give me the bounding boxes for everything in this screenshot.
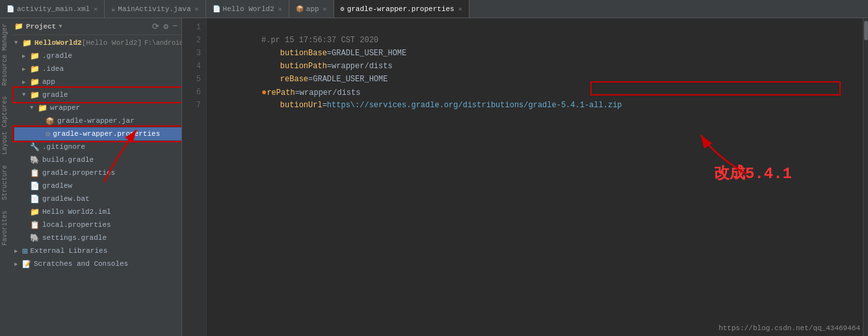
tab-label-app: app <box>306 5 319 13</box>
arrow-app: ▶ <box>22 79 30 86</box>
tree-item-gradle-hidden[interactable]: ▶ 📁 .gradle <box>14 49 181 62</box>
arrow-gradle-hidden: ▶ <box>22 53 30 60</box>
arrow-external: ▶ <box>14 248 22 255</box>
tab-icon-java: ☕ <box>111 5 115 13</box>
folder-icon-scratches: 📝 <box>22 260 31 268</box>
code-span-6d: https\://services.gradle.org/distributio… <box>327 101 547 110</box>
side-label-structure[interactable]: Structure <box>0 160 12 205</box>
file-tree: ▼ 📁 HelloWorld2 [Hello World2] F:\androi… <box>0 35 181 336</box>
code-span-6b: butionUrl <box>280 101 322 110</box>
folder-icon-gradle-hidden: 📁 <box>30 51 40 61</box>
tab-activity-main[interactable]: 📄 activity_main.xml ✕ <box>0 0 105 18</box>
tree-label-root-path: F:\android\HelloWo... <box>144 40 181 47</box>
tab-main-activity[interactable]: ☕ MainActivity.java ✕ <box>105 0 205 18</box>
tree-item-settings-gradle[interactable]: ▶ 🐘 settings.gradle <box>14 231 181 244</box>
line-numbers: 1 2 3 4 5 6 7 <box>182 18 207 336</box>
project-header-icons: ⟳ ⚙ − <box>152 21 178 32</box>
file-icon-gradlew: 📄 <box>30 181 40 191</box>
sync-icon[interactable]: ⟳ <box>152 21 159 32</box>
tree-item-scratches[interactable]: ▶ 📝 Scratches and Consoles <box>14 257 181 270</box>
tree-item-local-props[interactable]: ▶ 📋 local.properties <box>14 218 181 231</box>
folder-icon-root: 📁 <box>22 38 32 48</box>
tree-label-gradle-hidden: .gradle <box>42 52 72 60</box>
tree-label-gradle-props: gradle-wrapper.properties <box>53 130 160 138</box>
tab-icon-hello: 📄 <box>213 5 220 13</box>
tab-icon-app: 📦 <box>296 5 304 13</box>
code-editor[interactable]: #.pr 15 17:56:37 CST 2020 butionBase=GRA… <box>207 18 868 336</box>
close-icon-java[interactable]: ✕ <box>195 5 199 13</box>
line-num-7: 7 <box>182 99 201 112</box>
tree-item-idea[interactable]: ▶ 📁 .idea <box>14 62 181 75</box>
tree-item-external-libs[interactable]: ▶ ⊞ External Libraries <box>14 244 181 257</box>
tree-item-gitignore[interactable]: ▶ 🔧 .gitignore <box>14 140 181 153</box>
tree-item-gradle-props[interactable]: ▶ ⚙ gradle-wrapper.properties <box>14 127 181 140</box>
tree-item-gradlew-bat[interactable]: ▶ 📄 gradlew.bat <box>14 192 181 205</box>
tree-label-gitignore: .gitignore <box>42 143 85 151</box>
tree-item-iml[interactable]: ▶ 📁 Hello World2.iml <box>14 205 181 218</box>
editor-scrollbar[interactable] <box>863 18 868 336</box>
scrollbar-thumb[interactable] <box>864 21 868 40</box>
folder-icon-external: ⊞ <box>22 246 27 257</box>
tree-label-gradle-jar: gradle-wrapper.jar <box>57 117 135 125</box>
close-icon-activity[interactable]: ✕ <box>94 5 98 13</box>
line-num-1: 1 <box>182 21 201 34</box>
side-label-layout[interactable]: Layout Captures <box>0 91 12 160</box>
file-icon-gitignore: 🔧 <box>30 142 40 152</box>
tree-item-wrapper[interactable]: ▼ 📁 wrapper <box>14 101 181 114</box>
tree-item-gradle-properties[interactable]: ▶ 📋 gradle.properties <box>14 166 181 179</box>
tab-gradle-wrapper-props[interactable]: ⚙ gradle-wrapper.properties ✕ <box>334 0 469 18</box>
minimize-icon[interactable]: − <box>172 21 178 31</box>
config-icon[interactable]: ⚙ <box>163 21 168 32</box>
bottom-url: https://blog.csdn.net/qq_43469464 <box>718 324 860 332</box>
code-span-3c: = <box>327 62 332 71</box>
line-num-6: 6 <box>182 86 201 99</box>
file-icon-iml: 📁 <box>30 207 40 217</box>
editor-area: 1 2 3 4 5 6 7 #.pr 15 17:56:37 CST 2020 … <box>182 18 868 336</box>
tree-label-wrapper: wrapper <box>50 104 80 112</box>
tree-item-root[interactable]: ▼ 📁 HelloWorld2 [Hello World2] F:\androi… <box>14 36 181 49</box>
annotation-cn-text: 改成5.4.1 <box>714 168 792 181</box>
tab-hello-world[interactable]: 📄 Hello World2 ✕ <box>206 0 289 18</box>
code-span-6c: = <box>322 101 327 110</box>
arrow-root: ▼ <box>14 40 22 46</box>
arrow-scratches: ▶ <box>14 261 22 268</box>
tree-item-gradle-jar[interactable]: ▶ 📦 gradle-wrapper.jar <box>14 114 181 127</box>
tab-app[interactable]: 📦 app ✕ <box>289 0 334 18</box>
code-span-5b: rePath <box>267 88 295 97</box>
arrow-wrapper: ▼ <box>30 105 38 111</box>
code-span-2b: butionBase <box>280 49 327 58</box>
tree-item-gradlew[interactable]: ▶ 📄 gradlew <box>14 179 181 192</box>
tree-label-gradlew-bat: gradlew.bat <box>42 195 90 203</box>
main-area: Resource Manager Layout Captures Structu… <box>0 18 868 336</box>
code-span-2d: GRADLE_USER_HOME <box>332 49 406 58</box>
code-span-3a <box>261 62 280 71</box>
tree-label-build-gradle: build.gradle <box>42 156 94 164</box>
tree-item-app[interactable]: ▶ 📁 app <box>14 75 181 88</box>
folder-icon-gradle-main: 📁 <box>30 90 40 100</box>
tree-item-gradle-main[interactable]: ▼ 📁 gradle <box>14 88 181 101</box>
tree-label-gradle-main: gradle <box>42 91 68 99</box>
code-span-6e: le-5.4.1-all.zip <box>547 101 622 110</box>
tab-icon-activity: 📄 <box>7 5 14 13</box>
code-span-5c: = <box>295 88 300 97</box>
tab-icon-props: ⚙ <box>341 5 345 13</box>
tree-item-build-gradle[interactable]: ▶ 🐘 build.gradle <box>14 153 181 166</box>
editor-content: 1 2 3 4 5 6 7 #.pr 15 17:56:37 CST 2020 … <box>182 18 868 336</box>
tree-label-external: External Libraries <box>30 247 107 255</box>
folder-icon-app: 📁 <box>30 77 40 87</box>
close-icon-app[interactable]: ✕ <box>323 5 327 13</box>
line-num-4: 4 <box>182 60 201 73</box>
code-span-3b: butionPath <box>280 62 327 71</box>
close-icon-hello[interactable]: ✕ <box>278 5 282 13</box>
code-span-3d: wrapper/dists <box>332 62 393 71</box>
code-span-2c: = <box>327 49 332 58</box>
annotation-arrow-editor-svg <box>649 116 779 194</box>
sidebar: Resource Manager Layout Captures Structu… <box>0 18 182 336</box>
close-icon-props[interactable]: ✕ <box>458 5 462 13</box>
side-labels-panel: Resource Manager Layout Captures Structu… <box>0 18 12 336</box>
project-title-area: 📁 Project ▼ <box>14 22 62 31</box>
folder-icon-wrapper: 📁 <box>38 103 47 113</box>
side-label-favorites[interactable]: Favorites <box>0 205 12 251</box>
side-label-resource[interactable]: Resource Manager <box>0 18 12 91</box>
arrow-idea: ▶ <box>22 66 30 73</box>
